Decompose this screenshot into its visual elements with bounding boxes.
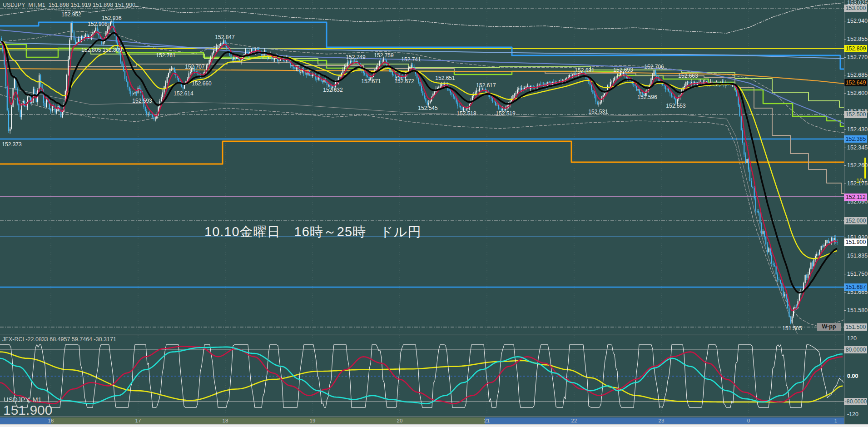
gray-dashed-lower-band (0, 94, 844, 326)
candle-body (744, 143, 744, 155)
price-label: 152.519 (496, 110, 515, 117)
candle-body (770, 248, 771, 255)
price-label: 152.545 (418, 105, 437, 111)
candle-body (638, 89, 639, 90)
candle-body (167, 77, 168, 83)
candle-body (478, 90, 479, 91)
candle-body (441, 84, 442, 86)
candle-body (420, 82, 421, 86)
candle-body (809, 269, 810, 274)
axis-tick-mark (844, 75, 846, 75)
candle-body (418, 79, 419, 82)
axis-price-badge: 151.900 (844, 238, 867, 246)
candle-body (780, 280, 781, 283)
axis-tick-mark (844, 310, 846, 311)
candle-body (771, 255, 772, 263)
candle-body (755, 199, 756, 211)
candle-body (152, 115, 153, 117)
axis-tick-mark (844, 129, 846, 130)
session-segment (485, 417, 859, 424)
candle-body (430, 101, 431, 103)
candle-body (463, 109, 464, 110)
candle-body (20, 110, 21, 117)
candle-body (757, 211, 758, 212)
axis-tick-mark (844, 274, 846, 274)
candle-body (500, 109, 501, 109)
candle-body (218, 46, 218, 47)
price-label: 152.908 (88, 21, 107, 27)
candle-body (758, 211, 759, 213)
time-axis[interactable]: 161718192021222301 (0, 417, 868, 424)
candle-body (78, 39, 79, 42)
candle-body (165, 83, 166, 86)
price-label: 152.518 (456, 110, 476, 117)
rci-indicator-panel[interactable] (0, 335, 844, 416)
axis-tick-label: 152.685 (847, 72, 868, 78)
candle-body (570, 75, 571, 76)
candle-body (521, 88, 522, 89)
candle-body (741, 116, 742, 130)
candle-body (482, 89, 483, 89)
candle-body (139, 88, 140, 89)
candle-body (164, 86, 164, 92)
candle-body (367, 76, 368, 77)
candle-body (616, 77, 617, 78)
candle-body (171, 69, 172, 69)
hour-label: 22 (571, 418, 577, 423)
candle-body (216, 47, 217, 50)
axis-price-badge: 152.385 (844, 135, 867, 143)
axis-tick-mark (844, 93, 846, 94)
candle-body (652, 75, 653, 78)
candle-body (438, 86, 439, 88)
candle-body (786, 294, 787, 299)
candle-body (635, 84, 635, 86)
price-label: 152.805 152.809 (81, 47, 122, 53)
candle-body (779, 279, 779, 280)
candle-body (149, 114, 150, 114)
candle-body (376, 67, 377, 70)
candle-body (85, 35, 86, 37)
ohlc-header: USDJPY_MT,M1 151.898 151.919 151.898 151… (3, 2, 135, 8)
rci-canvas[interactable] (0, 335, 844, 416)
candle-body (751, 181, 752, 187)
price-label: 152.617 (476, 82, 496, 89)
main-chart[interactable]: 152.952152.908152.936152.805 152.809152.… (0, 0, 844, 334)
candle-body (520, 88, 521, 89)
candle-body (14, 79, 15, 88)
candle-body (253, 49, 253, 51)
candle-body (790, 317, 791, 323)
candle-body (409, 67, 410, 68)
candle-body (311, 75, 312, 76)
candle-body (621, 73, 622, 74)
axis-price-badge: 152.112 (844, 194, 867, 201)
candle-body (494, 102, 495, 102)
candle-body (212, 53, 213, 56)
price-chart-canvas[interactable] (0, 0, 844, 334)
candle-body (133, 94, 134, 94)
candle-body (122, 61, 123, 66)
candle-body (50, 109, 51, 111)
candle-body (427, 101, 428, 104)
axis-price-badge: 152.649 (844, 79, 867, 86)
candle-body (411, 65, 412, 67)
candle-body (777, 274, 778, 279)
candle-body (300, 72, 301, 73)
candle-body (129, 87, 130, 91)
candle-body (424, 95, 425, 98)
candle-body (812, 263, 813, 267)
candle-body (465, 109, 466, 109)
candle-body (792, 316, 793, 323)
candle-body (236, 57, 237, 58)
candle-body (761, 223, 762, 234)
axis-price-badge: 152.000 (844, 217, 867, 224)
candle-body (134, 92, 135, 94)
candle-body (617, 76, 618, 77)
candle-body (765, 237, 766, 245)
price-axis[interactable]: 10 153.025152.940152.855152.770152.68515… (844, 0, 868, 424)
candle-body (459, 106, 460, 106)
candle-body (822, 246, 823, 247)
candle-body (25, 106, 26, 107)
candle-body (504, 109, 505, 110)
candle-body (284, 61, 285, 61)
candle-body (492, 98, 493, 102)
